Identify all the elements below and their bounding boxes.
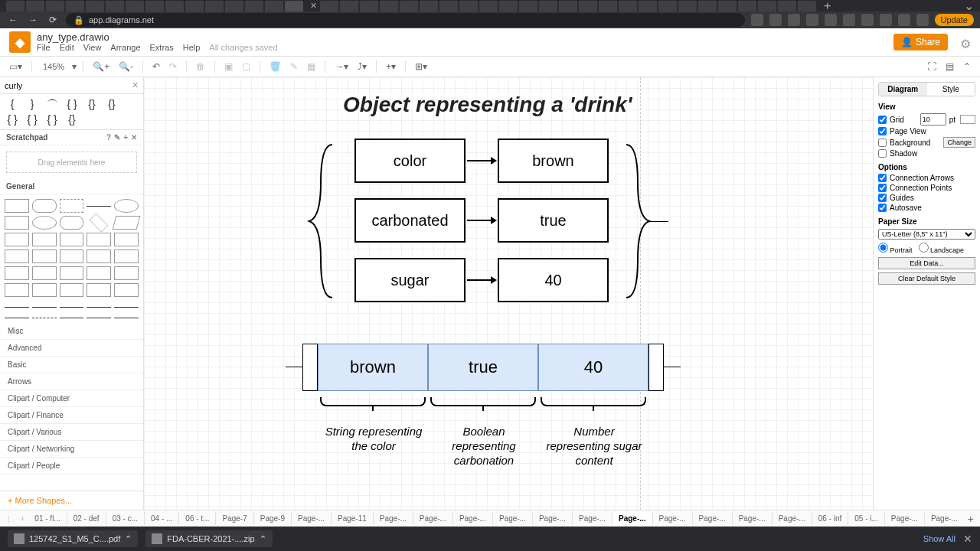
- add-page-button[interactable]: +: [962, 513, 980, 525]
- back-button[interactable]: ←: [6, 15, 20, 25]
- browser-tab[interactable]: [439, 1, 458, 11]
- scratchpad-dropzone[interactable]: Drag elements here: [6, 152, 137, 173]
- url-bar[interactable]: 🔒 app.diagrams.net: [66, 13, 745, 27]
- to-back-button[interactable]: ▢: [239, 60, 253, 73]
- landscape-radio[interactable]: [919, 243, 929, 253]
- page-menu-icon[interactable]: ⋮: [0, 514, 17, 523]
- page-tab[interactable]: 05 - i...: [848, 512, 885, 525]
- browser-tab[interactable]: [479, 1, 498, 11]
- share-button[interactable]: 👤 Share: [893, 34, 948, 51]
- arrow[interactable]: [467, 279, 496, 281]
- browser-tab[interactable]: [380, 1, 398, 11]
- container-shape[interactable]: [114, 283, 139, 297]
- zoom-dropdown[interactable]: ▾: [72, 61, 77, 72]
- triangle-shape[interactable]: [32, 233, 57, 246]
- line-shape[interactable]: [114, 318, 139, 318]
- extension-icon[interactable]: [916, 14, 929, 26]
- browser-tab[interactable]: [106, 1, 124, 11]
- download-item[interactable]: FDA-CBER-2021-....zip⌃: [145, 530, 272, 547]
- page-tab[interactable]: Page-...: [925, 512, 962, 525]
- browser-tab[interactable]: [639, 1, 657, 11]
- forward-button[interactable]: →: [26, 15, 40, 25]
- actor-shape[interactable]: [87, 266, 111, 280]
- page-tab[interactable]: Page-11: [332, 512, 374, 525]
- under-brace[interactable]: [320, 397, 426, 406]
- value-box[interactable]: 40: [498, 258, 609, 302]
- collapse-icon[interactable]: ⌃: [960, 60, 974, 73]
- ellipse-shape[interactable]: [114, 199, 139, 213]
- background-checkbox[interactable]: [878, 139, 887, 147]
- grid-checkbox[interactable]: [878, 116, 887, 124]
- category-item[interactable]: Misc: [0, 323, 143, 340]
- clear-style-button[interactable]: Clear Default Style: [878, 272, 975, 285]
- document-shape[interactable]: [114, 233, 139, 246]
- menu-edit[interactable]: Edit: [60, 43, 74, 52]
- rect-shape[interactable]: [5, 199, 29, 213]
- page-tab[interactable]: 03 - c...: [106, 512, 145, 525]
- array-cell[interactable]: 40: [538, 344, 648, 391]
- close-icon[interactable]: ✕: [131, 133, 137, 142]
- brace-shape[interactable]: {}: [104, 99, 119, 109]
- shadow-checkbox[interactable]: [878, 149, 887, 158]
- page-tab[interactable]: Page-...: [533, 512, 573, 525]
- new-tab-button[interactable]: +: [824, 0, 831, 11]
- category-item[interactable]: Arrows: [0, 373, 143, 390]
- arrow-shape[interactable]: [5, 307, 29, 308]
- brace-shape[interactable]: ⏜: [44, 99, 60, 109]
- square-shape[interactable]: [5, 216, 29, 230]
- page-tab[interactable]: Page-...: [885, 512, 925, 525]
- browser-tab[interactable]: [619, 1, 637, 11]
- browser-tab[interactable]: [678, 1, 697, 11]
- change-bg-button[interactable]: Change: [943, 137, 975, 148]
- arrow-shape[interactable]: [114, 307, 139, 308]
- menu-arrange[interactable]: Arrange: [110, 43, 140, 52]
- chevron-up-icon[interactable]: ⌃: [125, 534, 132, 544]
- browser-tab[interactable]: [86, 1, 104, 11]
- page-tab[interactable]: Page-...: [292, 512, 332, 525]
- extension-icon[interactable]: [751, 14, 763, 26]
- page-tab[interactable]: Page-7: [216, 512, 253, 525]
- zoom-out-icon[interactable]: 🔍-: [116, 60, 136, 73]
- card-shape[interactable]: [32, 266, 57, 280]
- value-box[interactable]: true: [498, 198, 609, 243]
- container-shape[interactable]: [87, 283, 111, 297]
- browser-tab[interactable]: [778, 1, 796, 11]
- fullscreen-icon[interactable]: ⛶: [924, 60, 939, 73]
- browser-tab[interactable]: [26, 1, 44, 11]
- page-tab[interactable]: Page-...: [453, 512, 493, 525]
- browser-tab[interactable]: [145, 1, 164, 11]
- portrait-radio[interactable]: [878, 243, 888, 253]
- internal-storage-shape[interactable]: [5, 249, 29, 263]
- tape-shape[interactable]: [114, 249, 139, 263]
- browser-tab[interactable]: [165, 1, 184, 11]
- settings-icon[interactable]: ⚙: [960, 37, 971, 47]
- pageview-checkbox[interactable]: [878, 127, 887, 135]
- category-item[interactable]: Advanced: [0, 340, 143, 357]
- brace-shape[interactable]: {}: [64, 114, 80, 125]
- value-box[interactable]: brown: [498, 139, 609, 183]
- category-item[interactable]: Clipart / People: [0, 458, 143, 474]
- browser-tab[interactable]: [798, 1, 816, 11]
- arrow[interactable]: [467, 220, 496, 221]
- redo-button[interactable]: ↷: [166, 60, 180, 73]
- array-cell[interactable]: brown: [318, 344, 428, 391]
- cylinder-shape[interactable]: [60, 233, 84, 246]
- clear-search-icon[interactable]: ✕: [132, 80, 139, 90]
- page-tab[interactable]: Page-...: [733, 512, 773, 525]
- array-cell[interactable]: true: [428, 344, 538, 391]
- browser-tab[interactable]: [245, 1, 263, 11]
- browser-tab[interactable]: [265, 1, 283, 11]
- extension-icon[interactable]: [861, 14, 874, 26]
- browser-tab[interactable]: [459, 1, 478, 11]
- chevron-up-icon[interactable]: ⌃: [260, 534, 266, 544]
- to-front-button[interactable]: ▣: [221, 60, 236, 73]
- page-tab[interactable]: Page-...: [773, 512, 812, 525]
- brace-shape[interactable]: {}: [84, 99, 100, 109]
- browser-tab[interactable]: [320, 1, 338, 11]
- category-item[interactable]: Basic: [0, 357, 143, 373]
- browser-tab[interactable]: [420, 1, 438, 11]
- array-bracket[interactable]: [302, 344, 318, 391]
- delete-button[interactable]: 🗑: [193, 60, 208, 73]
- page-tab[interactable]: 01 - fl...: [28, 512, 67, 525]
- browser-tab[interactable]: [400, 1, 418, 11]
